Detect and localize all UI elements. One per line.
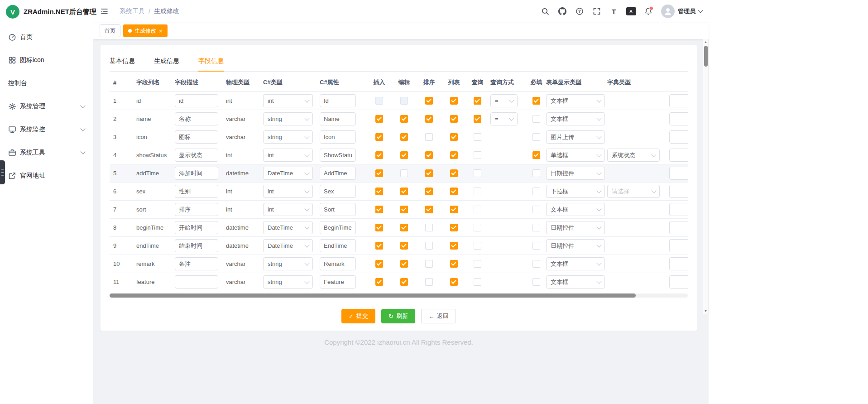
checkbox-unchecked[interactable]	[400, 169, 408, 177]
checkbox-checked[interactable]	[450, 278, 458, 286]
checkbox-checked[interactable]	[400, 188, 408, 195]
checkbox-checked[interactable]	[425, 169, 433, 177]
checkbox-unchecked[interactable]	[532, 169, 540, 177]
text-input[interactable]	[320, 185, 356, 198]
select[interactable]: 日期控件	[546, 239, 605, 252]
text-input[interactable]	[669, 257, 688, 270]
checkbox-checked[interactable]	[375, 188, 383, 195]
select[interactable]: int	[263, 149, 313, 162]
tab-basic-info[interactable]: 基本信息	[110, 52, 135, 71]
text-input[interactable]	[669, 130, 688, 144]
checkbox-unchecked[interactable]	[532, 188, 540, 195]
select[interactable]: 日期控件	[546, 167, 605, 180]
checkbox-checked[interactable]	[425, 206, 433, 213]
checkbox-checked[interactable]	[425, 115, 433, 123]
select[interactable]: int	[263, 203, 313, 216]
horizontal-scrollbar-thumb[interactable]	[110, 293, 636, 298]
select[interactable]: 下拉框	[546, 185, 605, 198]
checkbox-unchecked[interactable]	[532, 115, 540, 123]
select[interactable]: =	[490, 112, 518, 125]
text-input[interactable]	[669, 203, 688, 216]
text-input[interactable]	[320, 167, 356, 180]
checkbox-checked[interactable]	[375, 224, 383, 231]
sidebar-item-icons[interactable]: 图标icon	[0, 48, 93, 72]
fullscreen-icon[interactable]	[592, 7, 601, 16]
logo-row[interactable]: V ZRAdmin.NET后台管理	[0, 0, 93, 24]
text-input[interactable]	[320, 149, 356, 162]
select[interactable]: string	[263, 112, 313, 125]
text-input[interactable]	[175, 185, 218, 198]
sidebar-item-system-monitor[interactable]: 系统监控	[0, 118, 93, 141]
checkbox-checked[interactable]	[375, 206, 383, 213]
text-input[interactable]	[175, 149, 218, 162]
text-input[interactable]	[175, 167, 218, 180]
checkbox-unchecked[interactable]	[474, 206, 481, 213]
checkbox-checked[interactable]	[400, 133, 408, 141]
select[interactable]: int	[263, 185, 313, 198]
tag-home[interactable]: 首页	[100, 24, 120, 37]
checkbox-checked[interactable]	[532, 97, 540, 105]
select[interactable]: 文本框	[546, 203, 605, 216]
checkbox-checked[interactable]	[450, 206, 458, 213]
refresh-button[interactable]: ↻ 刷新	[381, 309, 415, 323]
select[interactable]: 文本框	[546, 112, 605, 125]
checkbox-checked[interactable]	[474, 115, 481, 123]
text-input[interactable]	[320, 130, 356, 144]
tag-active[interactable]: 生成修改 ×	[123, 24, 168, 37]
text-input[interactable]	[320, 203, 356, 216]
vertical-scrollbar[interactable]: ▲ ▼	[703, 39, 709, 314]
bell-icon[interactable]	[644, 7, 652, 16]
text-input[interactable]	[175, 112, 218, 125]
sidebar-fold-icon[interactable]	[100, 6, 110, 16]
text-input[interactable]	[669, 275, 688, 289]
checkbox-unchecked[interactable]	[425, 133, 433, 141]
checkbox-checked[interactable]	[400, 242, 408, 250]
checkbox-unchecked[interactable]	[474, 169, 481, 177]
font-size-icon[interactable]: T	[609, 7, 618, 16]
text-input[interactable]	[175, 203, 218, 216]
text-input[interactable]	[175, 221, 218, 234]
text-input[interactable]	[669, 239, 688, 252]
text-input[interactable]	[669, 221, 688, 234]
select[interactable]: int	[263, 94, 313, 107]
select[interactable]: 图片上传	[546, 130, 605, 144]
select[interactable]: string	[263, 130, 313, 144]
checkbox-checked[interactable]	[450, 260, 458, 268]
checkbox-unchecked[interactable]	[532, 278, 540, 286]
checkbox-checked[interactable]	[425, 151, 433, 159]
close-icon[interactable]: ×	[159, 28, 163, 34]
checkbox-checked[interactable]	[400, 115, 408, 123]
github-icon[interactable]	[558, 7, 566, 16]
translate-icon[interactable]: A	[627, 7, 635, 16]
select[interactable]: DateTime	[263, 221, 313, 234]
checkbox-checked[interactable]	[375, 151, 383, 159]
checkbox-unchecked[interactable]	[474, 242, 481, 250]
checkbox-checked[interactable]	[425, 188, 433, 195]
text-input[interactable]	[320, 112, 356, 125]
select[interactable]: 日期控件	[546, 221, 605, 234]
checkbox-checked[interactable]	[450, 242, 458, 250]
checkbox-checked[interactable]	[532, 151, 540, 159]
text-input[interactable]	[320, 221, 356, 234]
checkbox-checked[interactable]	[400, 278, 408, 286]
sidebar-item-system-manage[interactable]: 系统管理	[0, 95, 93, 118]
sidebar-item-system-tools[interactable]: 系统工具	[0, 141, 93, 164]
text-input[interactable]	[320, 257, 356, 270]
select[interactable]: 请选择	[607, 185, 660, 198]
select[interactable]: 单选框	[546, 149, 605, 162]
checkbox-checked[interactable]	[400, 206, 408, 213]
checkbox-checked[interactable]	[375, 133, 383, 141]
checkbox-unchecked[interactable]	[425, 224, 433, 231]
text-input[interactable]	[320, 275, 356, 289]
checkbox-checked[interactable]	[375, 260, 383, 268]
text-input[interactable]	[669, 167, 688, 180]
select[interactable]: 系统状态	[607, 149, 660, 162]
text-input[interactable]	[175, 239, 218, 252]
checkbox-checked[interactable]	[450, 151, 458, 159]
checkbox-unchecked[interactable]	[425, 260, 433, 268]
select[interactable]: 文本框	[546, 257, 605, 270]
breadcrumb-item[interactable]: 系统工具	[120, 7, 145, 15]
checkbox-checked[interactable]	[375, 242, 383, 250]
checkbox-unchecked[interactable]	[474, 224, 481, 231]
checkbox-unchecked[interactable]	[532, 133, 540, 141]
